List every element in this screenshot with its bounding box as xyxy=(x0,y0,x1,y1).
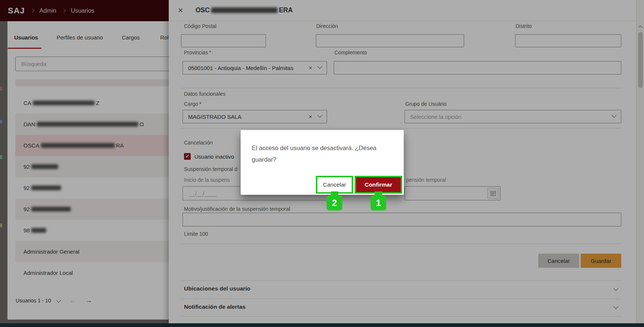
annotation-badge-1: 1 xyxy=(371,195,386,210)
app-window: SAJ Admin Usuarios Usuarios Perfiles de … xyxy=(0,0,644,327)
annotation-badge-2: 2 xyxy=(327,195,342,210)
dialog-message: El acceso del usuario se desactivará. ¿D… xyxy=(252,142,386,165)
dialog-confirm-button[interactable]: Confirmar xyxy=(356,177,401,192)
dialog-buttons: Cancelar Confirmar xyxy=(316,176,402,194)
dialog-cancel-button[interactable]: Cancelar xyxy=(317,177,352,192)
highlight-box-cancel: Cancelar xyxy=(316,176,353,194)
highlight-box-confirm: Confirmar xyxy=(355,176,402,194)
confirm-dialog: El acceso del usuario se desactivará. ¿D… xyxy=(241,130,404,195)
